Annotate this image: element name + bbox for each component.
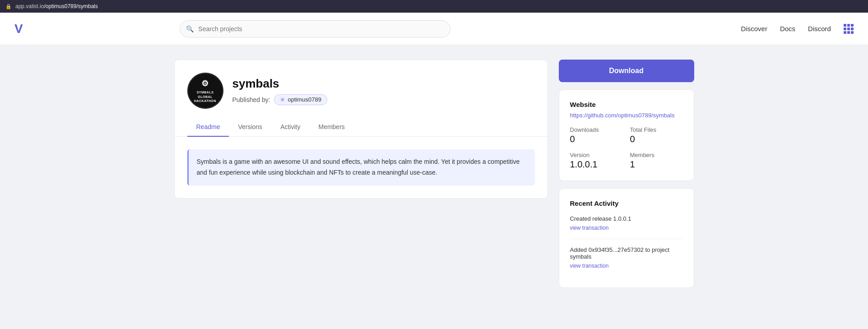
avatar-symbol: ⚙ [201,78,209,89]
discord-link[interactable]: Discord [808,25,831,32]
project-name: symbals [232,77,328,91]
logo[interactable]: V [14,22,22,36]
search-icon: 🔍 [186,25,194,32]
search-input[interactable] [180,20,450,37]
readme-text: Symbals is a game with an awesome UI and… [187,149,535,185]
project-tabs: Readme Versions Activity Members [175,118,548,137]
sidebar: Download Website https://github.com/opti… [559,60,694,288]
tab-members[interactable]: Members [309,118,353,137]
view-transaction-link-0[interactable]: view transaction [570,225,609,231]
gear-icon: ✳ [280,96,285,103]
members-value: 1 [630,159,683,170]
project-header: ⚙ SYMBALS GLOBAL HACKATHON symbals Publi… [175,60,548,109]
project-info: symbals Published by: ✳ optimus0789 [232,77,328,105]
browser-chrome: 🔒 app.valist.io/optimus0789/symbals [0,0,868,13]
activity-text-1: Added 0x934f35...27e57302 to project sym… [570,246,683,260]
version-label: Version [570,152,623,158]
total-files-stat: Total Files 0 [630,126,683,144]
divider [570,239,683,239]
activity-item-1: Added 0x934f35...27e57302 to project sym… [570,246,683,269]
website-heading: Website [570,101,683,108]
published-by: Published by: ✳ optimus0789 [232,94,328,105]
total-files-label: Total Files [630,126,683,133]
avatar-line1: SYMBALS [197,90,214,95]
navbar: V 🔍 Discover Docs Discord [0,13,868,45]
version-value: 1.0.0.1 [570,159,623,170]
downloads-value: 0 [570,134,623,144]
members-stat: Members 1 [630,152,683,170]
grid-menu-icon[interactable] [844,24,854,34]
recent-activity-card: Recent Activity Created release 1.0.0.1 … [559,188,694,288]
docs-link[interactable]: Docs [780,25,795,32]
main-content: ⚙ SYMBALS GLOBAL HACKATHON symbals Publi… [163,45,705,302]
downloads-label: Downloads [570,126,623,133]
nav-links: Discover Docs Discord [741,24,854,34]
search-bar-container: 🔍 [180,20,450,37]
activity-item-0: Created release 1.0.0.1 view transaction [570,215,683,232]
avatar: ⚙ SYMBALS GLOBAL HACKATHON [187,73,223,109]
activity-text-0: Created release 1.0.0.1 [570,215,683,222]
members-label: Members [630,152,683,158]
browser-url: app.valist.io/optimus0789/symbals [15,3,98,9]
recent-activity-heading: Recent Activity [570,199,683,207]
stats-grid: Downloads 0 Total Files 0 Version 1.0.0.… [570,126,683,170]
lock-icon: 🔒 [5,4,12,9]
download-button[interactable]: Download [559,60,694,82]
published-by-label: Published by: [232,96,270,103]
info-card: Website https://github.com/optimus0789/s… [559,89,694,181]
publisher-badge[interactable]: ✳ optimus0789 [274,94,327,105]
tab-readme[interactable]: Readme [187,118,229,137]
total-files-value: 0 [630,134,683,144]
downloads-stat: Downloads 0 [570,126,623,144]
discover-link[interactable]: Discover [741,25,767,32]
tab-activity[interactable]: Activity [271,118,309,137]
avatar-line2: GLOBAL HACKATHON [188,95,223,104]
version-stat: Version 1.0.0.1 [570,152,623,170]
readme-content: Symbals is a game with an awesome UI and… [175,137,548,198]
view-transaction-link-1[interactable]: view transaction [570,263,609,269]
tab-versions[interactable]: Versions [229,118,271,137]
project-card: ⚙ SYMBALS GLOBAL HACKATHON symbals Publi… [174,60,548,199]
publisher-name: optimus0789 [288,96,321,103]
website-link[interactable]: https://github.com/optimus0789/symbals [570,112,675,119]
